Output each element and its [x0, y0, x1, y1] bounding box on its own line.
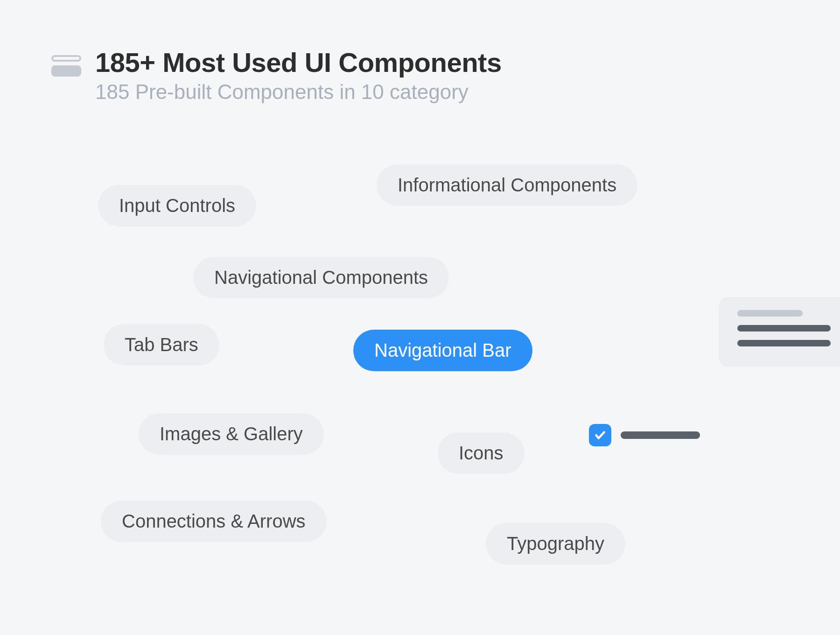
- page-title: 185+ Most Used UI Components: [95, 47, 502, 78]
- card-placeholder-line: [737, 310, 803, 317]
- checkbox-checked-icon: [589, 424, 611, 446]
- header-text-block: 185+ Most Used UI Components 185 Pre-bui…: [95, 47, 502, 104]
- chip-informational-components[interactable]: Informational Components: [377, 164, 637, 206]
- chip-tab-bars[interactable]: Tab Bars: [104, 324, 219, 366]
- chip-connections-arrows[interactable]: Connections & Arrows: [101, 501, 327, 542]
- card-preview-widget: [719, 297, 840, 367]
- card-placeholder-line: [737, 325, 831, 332]
- chip-navigational-components[interactable]: Navigational Components: [193, 257, 449, 298]
- checkbox-placeholder-line: [621, 431, 700, 439]
- page-subtitle: 185 Pre-built Components in 10 category: [95, 80, 502, 104]
- header-icon: [51, 55, 81, 81]
- chip-typography[interactable]: Typography: [486, 523, 625, 564]
- chip-images-gallery[interactable]: Images & Gallery: [139, 413, 324, 455]
- page-header: 185+ Most Used UI Components 185 Pre-bui…: [51, 47, 502, 104]
- chip-navigational-bar[interactable]: Navigational Bar: [353, 330, 532, 371]
- card-placeholder-line: [737, 340, 831, 346]
- chip-input-controls[interactable]: Input Controls: [98, 185, 256, 226]
- checkbox-preview-widget: [589, 424, 700, 446]
- chip-icons[interactable]: Icons: [438, 432, 525, 474]
